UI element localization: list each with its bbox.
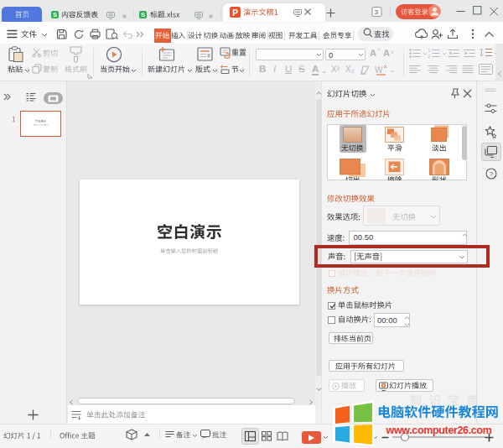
svg-text:2: 2	[428, 54, 431, 59]
svg-text:3: 3	[375, 8, 379, 16]
svg-text:S: S	[141, 11, 145, 18]
svg-text:W: W	[375, 65, 383, 75]
svg-text:S: S	[53, 11, 57, 18]
svg-text:P: P	[232, 8, 238, 18]
svg-text:1: 1	[428, 48, 431, 53]
svg-text:?: ?	[490, 170, 494, 178]
